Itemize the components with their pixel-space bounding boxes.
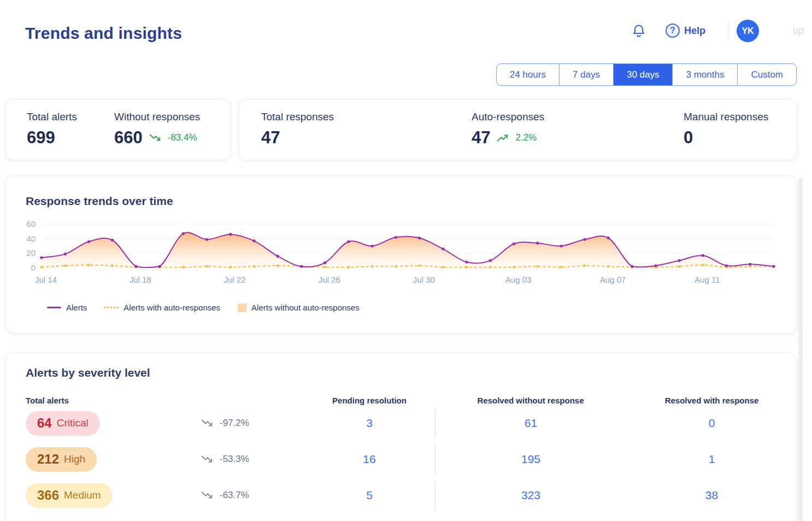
stat-label: Auto-responses [472, 111, 684, 123]
svg-text:20: 20 [26, 248, 36, 257]
severity-table-header: Total alerts Pending resolution Resolved… [6, 396, 796, 405]
svg-text:40: 40 [26, 234, 36, 243]
pending-value-link[interactable]: 5 [304, 489, 435, 502]
trending-down-icon [200, 417, 214, 429]
response-trends-card: Response trends over time 0204060Jul 14J… [5, 175, 797, 333]
trending-down-icon [200, 489, 214, 501]
severity-row-high: 212 High -53.3% 16 195 1 [6, 441, 796, 477]
critical-badge: 64 Critical [26, 411, 100, 436]
trending-up-icon [496, 132, 510, 144]
tab-custom[interactable]: Custom [737, 64, 796, 85]
stat-value: 0 [684, 128, 693, 148]
trend-cell: -53.3% [186, 453, 304, 465]
alerts-by-severity-card: Alerts by severity level Total alerts Pe… [5, 353, 797, 521]
resolved-without-value-link[interactable]: 323 [435, 481, 626, 510]
response-trends-chart: 0204060Jul 14Jul 18Jul 22Jul 26Jul 30Aug… [6, 215, 797, 286]
page-header: Trends and insights ? Help YK up [0, 0, 812, 55]
line-swatch-icon [47, 307, 61, 308]
stat-manual-responses: Manual responses 0 [684, 111, 768, 160]
severity-title: Alerts by severity level [26, 366, 796, 379]
svg-text:0: 0 [31, 263, 36, 272]
tab-3-months[interactable]: 3 months [672, 64, 737, 85]
stat-total-responses: Total responses 47 [261, 111, 472, 160]
stat-label: Total responses [261, 111, 472, 123]
help-label: Help [684, 25, 705, 37]
chart-legend: Alerts Alerts with auto-responses Alerts… [47, 303, 360, 312]
severity-row-medium: 366 Medium -63.7% 5 323 38 [6, 477, 796, 513]
trend-cell: -97.2% [186, 417, 304, 429]
area-swatch-icon [238, 303, 246, 312]
col-resolved-without: Resolved without response [435, 396, 626, 405]
stat-value: 47 [472, 128, 490, 148]
stat-label: Manual responses [684, 111, 768, 123]
svg-text:Aug 07: Aug 07 [600, 275, 626, 284]
stat-label: Without responses [114, 111, 229, 123]
high-badge: 212 High [26, 447, 97, 472]
col-pending: Pending resolution [304, 396, 435, 405]
resolved-with-value-link[interactable]: 38 [626, 489, 797, 502]
stats-row: Total alerts 699 Without responses 660 -… [5, 99, 797, 160]
svg-text:Jul 18: Jul 18 [130, 275, 151, 284]
notifications-bell-icon[interactable] [631, 23, 647, 39]
dashed-swatch-icon [104, 307, 119, 308]
col-total-alerts: Total alerts [6, 396, 186, 405]
stat-label: Total alerts [27, 111, 114, 123]
col-resolved-with: Resolved with response [626, 396, 797, 405]
responses-stats-card: Total responses 47 Auto-responses 47 2.2… [239, 99, 797, 160]
stat-value: 699 [27, 128, 55, 148]
help-question-icon: ? [666, 24, 680, 38]
header-divider [728, 22, 729, 40]
stat-auto-responses: Auto-responses 47 2.2% [472, 111, 684, 160]
page-scrollbar[interactable] [798, 178, 803, 521]
chart-title: Response trends over time [26, 195, 796, 208]
time-range-tabs: 24 hours 7 days 30 days 3 months Custom [496, 63, 797, 86]
pending-value-link[interactable]: 3 [304, 417, 435, 430]
legend-item-auto-responses[interactable]: Alerts with auto-responses [104, 303, 220, 312]
svg-text:60: 60 [26, 219, 36, 229]
tab-7-days[interactable]: 7 days [559, 64, 613, 85]
medium-badge: 366 Medium [26, 483, 113, 508]
pending-value-link[interactable]: 16 [304, 453, 435, 466]
resolved-without-value-link[interactable]: 195 [435, 445, 626, 473]
stat-value: 47 [261, 128, 280, 148]
legend-item-alerts[interactable]: Alerts [47, 303, 87, 312]
username-fragment: up [793, 25, 804, 37]
trending-down-icon [200, 453, 214, 465]
stat-value: 660 [114, 128, 143, 148]
stat-total-alerts: Total alerts 699 [27, 111, 114, 160]
svg-text:Jul 26: Jul 26 [319, 275, 340, 284]
svg-text:Aug 03: Aug 03 [505, 275, 532, 284]
resolved-with-value-link[interactable]: 0 [626, 417, 797, 430]
svg-text:Jul 14: Jul 14 [35, 275, 57, 284]
alerts-stats-card: Total alerts 699 Without responses 660 -… [5, 99, 231, 160]
avatar[interactable]: YK [737, 20, 759, 42]
help-button[interactable]: ? Help [666, 24, 705, 38]
tab-30-days[interactable]: 30 days [613, 64, 673, 85]
trending-down-icon [148, 132, 162, 144]
trend-percent: -83.4% [168, 132, 197, 143]
severity-row-critical: 64 Critical -97.2% 3 61 0 [6, 405, 796, 441]
trend-cell: -63.7% [186, 489, 304, 501]
resolved-without-value-link[interactable]: 61 [435, 409, 626, 437]
page-title: Trends and insights [25, 24, 182, 43]
svg-text:Jul 22: Jul 22 [224, 275, 246, 284]
svg-text:Jul 30: Jul 30 [413, 275, 435, 284]
tab-24-hours[interactable]: 24 hours [497, 64, 559, 85]
trend-percent: 2.2% [515, 132, 537, 143]
legend-item-without-auto-responses[interactable]: Alerts without auto-responses [238, 303, 360, 312]
stat-without-responses: Without responses 660 -83.4% [114, 111, 229, 160]
resolved-with-value-link[interactable]: 1 [626, 453, 797, 466]
svg-text:Aug 11: Aug 11 [695, 275, 720, 284]
